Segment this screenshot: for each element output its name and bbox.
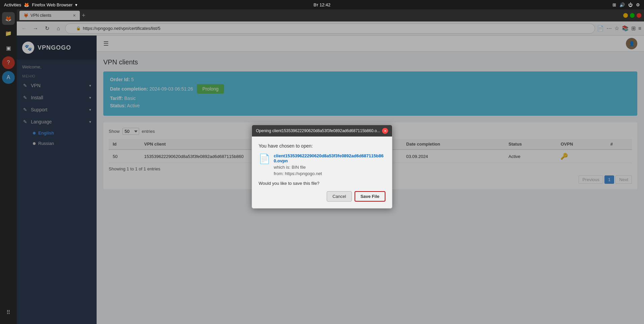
dialog-filename: client153539622290620d8a53f3fe0892ad6d68… <box>274 153 385 163</box>
os-topbar: Activities 🦊 Firefox Web Browser ▾ Вт 12… <box>0 0 644 9</box>
dialog-close-btn[interactable]: ✕ <box>382 128 388 134</box>
activities-label[interactable]: Activities <box>4 2 21 7</box>
dialog-which-is: which is: BIN file <box>274 165 385 170</box>
dialog-overlay: Opening client153539622290620d8a53f3fe08… <box>97 36 644 324</box>
dialog-from: from: https://vpngogo.net <box>274 171 385 176</box>
dialog-title-text: Opening client153539622290620d8a53f3fe08… <box>256 128 380 133</box>
dialog-intro: You have chosen to open: <box>259 143 385 149</box>
dialog-titlebar: Opening client153539622290620d8a53f3fe08… <box>252 125 392 137</box>
dialog-file-info: client153539622290620d8a53f3fe0892ad6d68… <box>274 153 385 176</box>
cancel-btn[interactable]: Cancel <box>327 191 352 202</box>
dialog-file-row: 📄 client153539622290620d8a53f3fe0892ad6d… <box>259 153 385 176</box>
file-icon: 📄 <box>259 153 270 164</box>
firefox-icon: 🦊 <box>24 2 29 7</box>
settings-icon: ⚙ <box>636 2 640 7</box>
network-icon: ⊞ <box>612 2 616 7</box>
dialog-buttons: Cancel Save File <box>259 191 385 202</box>
app-dropdown-icon: ▾ <box>75 2 77 7</box>
os-datetime: Вт 12:42 <box>314 2 330 7</box>
page-wrapper: 🐾 VPNGOGO Welcome, МЕНЮ ✎ VPN ▾ ✎ Instal… <box>17 36 644 324</box>
power-icon: ⏻ <box>628 2 633 7</box>
volume-icon: 🔊 <box>620 2 625 7</box>
dialog-body: You have chosen to open: 📄 client1535396… <box>252 137 392 208</box>
save-file-btn[interactable]: Save File <box>355 191 385 202</box>
app-name[interactable]: Firefox Web Browser <box>32 2 72 7</box>
dialog-question: Would you like to save this file? <box>259 181 385 186</box>
file-open-dialog: Opening client153539622290620d8a53f3fe08… <box>252 125 392 209</box>
main-content: ☰ 👤 VPN clients Order Id: 5 Date complet… <box>97 36 644 324</box>
